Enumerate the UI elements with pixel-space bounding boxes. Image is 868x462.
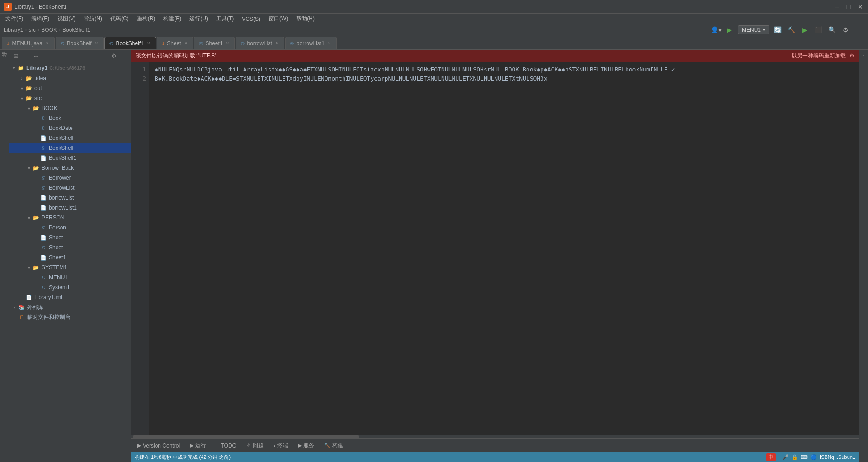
tree-item[interactable]: ▾📂src	[9, 93, 131, 103]
tree-item[interactable]: 📄borrowList	[9, 193, 131, 203]
menu-item[interactable]: 工具(T)	[212, 14, 237, 24]
sidebar-gear-btn[interactable]: ⚙	[110, 52, 118, 60]
tab-close-button[interactable]: ×	[275, 40, 279, 47]
menu1-dropdown[interactable]: MENU1 ▾	[738, 25, 769, 34]
settings-button[interactable]: ⚙	[840, 24, 851, 35]
run-button[interactable]: ▶	[724, 24, 735, 35]
bottom-tab[interactable]: ▶Version Control	[133, 440, 184, 452]
tree-item[interactable]: ›📂.idea	[9, 73, 131, 83]
sidebar-expand-btn[interactable]: ↔	[32, 52, 40, 60]
user-icon[interactable]: 👤▾	[711, 24, 722, 35]
bottom-tab[interactable]: ⚠问题	[242, 440, 268, 452]
menu-item[interactable]: 代码(C)	[107, 14, 132, 24]
search-button[interactable]: 🔍	[826, 24, 837, 35]
scrollbar-thumb[interactable]	[133, 435, 359, 438]
tree-item[interactable]: 📄BookShelf1	[9, 153, 131, 163]
tab-close-button[interactable]: ×	[184, 40, 189, 47]
lock-icon[interactable]: 🔒	[792, 454, 798, 460]
tree-item[interactable]: 🗒临时文件和控制台	[9, 312, 131, 322]
horizontal-scrollbar[interactable]	[131, 435, 859, 438]
menu-item[interactable]: 文件(F)	[2, 14, 27, 24]
right-bar-menu[interactable]: ⋮	[860, 52, 868, 59]
circle-icon[interactable]: 🔵	[811, 454, 817, 460]
tree-item-label: MENU1	[49, 274, 68, 281]
build-reload-button[interactable]: 🔄	[772, 24, 783, 35]
more-button[interactable]: ⋮	[854, 24, 864, 35]
tree-item[interactable]: ©Borrower	[9, 173, 131, 183]
sidebar-minus-btn[interactable]: −	[120, 52, 128, 60]
bottom-tab-icon: ≡	[216, 443, 219, 448]
bottom-tab[interactable]: 🔨构建	[320, 440, 348, 452]
tree-item[interactable]: ▾📂PERSON	[9, 213, 131, 223]
tree-item[interactable]: ▾📂BOOK	[9, 103, 131, 113]
tree-item[interactable]: 📄borrowList1	[9, 203, 131, 213]
editor[interactable]: 1 2 ◆NULENQsrNULDC3java.util.ArrayListx◆…	[131, 62, 859, 435]
tab-close-button[interactable]: ×	[226, 40, 230, 47]
run-config-button[interactable]: ▶	[799, 24, 810, 35]
tab-close-button[interactable]: ×	[45, 40, 50, 47]
bottom-tab[interactable]: ▶服务	[293, 440, 319, 452]
tree-file-icon: 📂	[25, 75, 33, 82]
bottom-tab[interactable]: ≡TODO	[212, 440, 241, 452]
code-line: B◆K.BookDate◆ACK◆◆◆DLE=STXNULETXINULETXd…	[155, 74, 855, 83]
bookmarks-label[interactable]: 书签	[0, 57, 9, 64]
bottom-tab-label: Version Control	[143, 443, 180, 449]
tree-item[interactable]: ©Book	[9, 113, 131, 123]
editor-tab[interactable]: ©Sheet1×	[194, 37, 235, 49]
menu-item[interactable]: 重构(R)	[133, 14, 159, 24]
tab-close-button[interactable]: ×	[327, 40, 332, 47]
menu-item[interactable]: 帮助(H)	[292, 14, 318, 24]
editor-text[interactable]: ◆NULENQsrNULDC3java.util.ArrayListx◆◆GS◆…	[149, 62, 859, 435]
close-button[interactable]: ✕	[856, 3, 864, 11]
tree-item[interactable]: ▾📂SYSTEM1	[9, 262, 131, 272]
warning-action[interactable]: 以另一种编码重新加载	[792, 52, 846, 60]
menu-item[interactable]: 窗口(W)	[265, 14, 292, 24]
tree-item[interactable]: ©BookDate	[9, 123, 131, 133]
sidebar-settings-btn[interactable]: ≡	[22, 52, 30, 60]
tree-item[interactable]: ©Person	[9, 223, 131, 233]
menu-item[interactable]: 运行(U)	[186, 14, 212, 24]
editor-tab[interactable]: ©BookShelf×	[56, 37, 104, 49]
menu-item[interactable]: 构建(B)	[160, 14, 185, 24]
tree-item[interactable]: 📄Sheet1	[9, 252, 131, 262]
tab-close-button[interactable]: ×	[94, 40, 99, 47]
ime-indicator[interactable]: 中	[766, 453, 776, 461]
tree-item[interactable]: ©BookShelf	[9, 143, 131, 153]
bottom-tab-icon: ▶	[298, 443, 302, 448]
editor-tab[interactable]: ©borrowList1×	[285, 37, 337, 49]
editor-tab[interactable]: JSheet×	[157, 37, 193, 49]
minimize-button[interactable]: ─	[833, 3, 841, 11]
maximize-button[interactable]: □	[844, 3, 853, 11]
tree-item[interactable]: 📄Library1.iml	[9, 292, 131, 302]
warning-bar: 该文件以错误的编码加载: 'UTF-8' 以另一种编码重新加载 ⚙	[131, 50, 859, 62]
editor-tab[interactable]: ©BookShelf1×	[104, 37, 156, 49]
build-button[interactable]: 🔨	[786, 24, 797, 35]
warning-gear[interactable]: ⚙	[849, 52, 854, 59]
tree-item[interactable]: 📄BookShelf	[9, 133, 131, 143]
tree-item[interactable]: ▾📂Borrow_Back	[9, 163, 131, 173]
tree-item[interactable]: ▾📂out	[9, 83, 131, 93]
menu-item[interactable]: 导航(N)	[80, 14, 106, 24]
bottom-tab[interactable]: ▪终端	[269, 440, 292, 452]
menu-item[interactable]: 编辑(E)	[28, 14, 53, 24]
tree-item[interactable]: ©System1	[9, 282, 131, 292]
sidebar-collapse-btn[interactable]: ⊞	[12, 52, 20, 60]
editor-tab[interactable]: ©borrowList×	[236, 37, 284, 49]
tree-item[interactable]: ©MENU1	[9, 272, 131, 282]
stop-button[interactable]: ⬛	[813, 24, 824, 35]
mic-icon[interactable]: 🎤	[783, 454, 789, 460]
tree-item[interactable]: ©Sheet	[9, 243, 131, 252]
menu-item[interactable]: VCS(S)	[238, 15, 264, 23]
structure-label[interactable]: 结构	[0, 50, 9, 57]
tree-item[interactable]: ›📚外部库	[9, 302, 131, 312]
project-root[interactable]: ▾ 📁 Library1 C:\Users\86176	[9, 62, 131, 73]
tree-item[interactable]: ©BorrowList	[9, 183, 131, 193]
tab-close-button[interactable]: ×	[146, 40, 151, 47]
tree-item[interactable]: 📄Sheet	[9, 233, 131, 243]
keyboard-icon[interactable]: ⌨	[801, 454, 808, 460]
menu-item[interactable]: 视图(V)	[54, 14, 79, 24]
sidebar-content[interactable]: ▾ 📁 Library1 C:\Users\86176 ›📂.idea▾📂out…	[9, 62, 131, 462]
bottom-tab[interactable]: ▶运行	[185, 440, 211, 452]
line-numbers: 1 2	[131, 62, 149, 435]
editor-tab[interactable]: JMENU1.java×	[2, 37, 55, 49]
